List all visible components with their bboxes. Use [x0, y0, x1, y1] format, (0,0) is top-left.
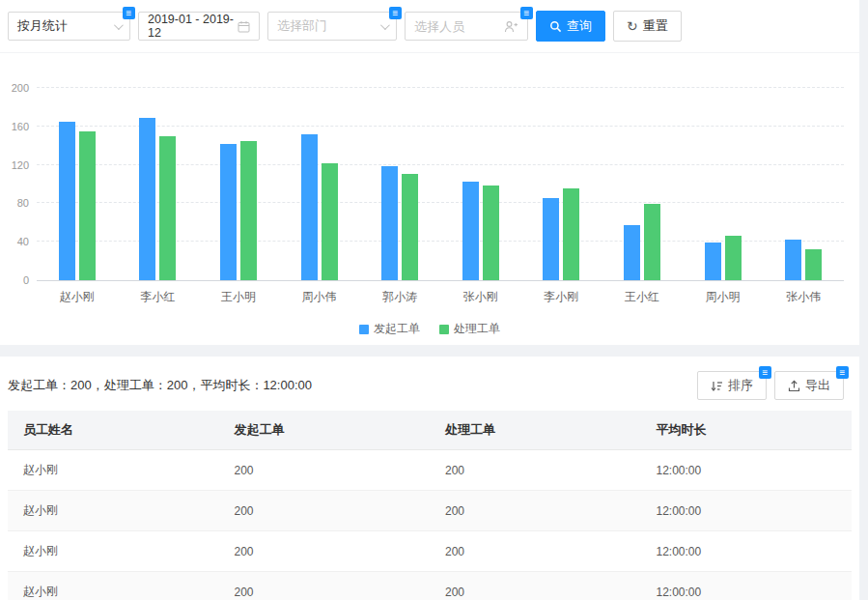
table-cell: 12:00:00 — [641, 450, 853, 491]
y-axis-tick-label: 80 — [2, 197, 29, 209]
bar-发起工单[interactable] — [139, 118, 155, 280]
component-badge-icon[interactable]: ≡ — [520, 7, 533, 19]
department-placeholder: 选择部门 — [277, 17, 375, 35]
bar-处理工单[interactable] — [402, 174, 418, 280]
bar-group: 张小伟 — [763, 88, 844, 280]
component-badge-icon[interactable]: ≡ — [836, 366, 849, 379]
calendar-icon — [238, 20, 250, 33]
person-input[interactable] — [414, 19, 503, 34]
bar-处理工单[interactable] — [240, 141, 257, 280]
table-cell: 200 — [219, 572, 431, 600]
bar-处理工单[interactable] — [725, 236, 742, 280]
refresh-icon: ↻ — [627, 19, 638, 33]
table-header-cell: 平均时长 — [641, 411, 853, 450]
table-card: 发起工单：200，处理工单：200，平均时长：12:00:00 排序 ≡ — [0, 357, 859, 600]
chevron-down-icon — [114, 20, 124, 30]
bar-发起工单[interactable] — [381, 166, 398, 280]
bar-发起工单[interactable] — [624, 225, 640, 280]
legend-swatch — [439, 325, 449, 334]
person-input-wrapper: ≡ — [405, 12, 528, 41]
export-button[interactable]: 导出 ≡ — [774, 371, 844, 400]
bar-处理工单[interactable] — [644, 204, 660, 280]
legend-item[interactable]: 发起工单 — [359, 321, 420, 337]
x-axis-label: 赵小刚 — [60, 289, 95, 305]
x-axis-label: 王小明 — [221, 289, 256, 305]
x-axis-label: 周小明 — [706, 289, 741, 305]
table-header-cell: 员工姓名 — [8, 411, 219, 450]
bar-处理工单[interactable] — [322, 163, 338, 280]
x-axis-label: 李小刚 — [544, 289, 578, 305]
department-select[interactable]: 选择部门 ≡ — [267, 12, 397, 41]
bar-发起工单[interactable] — [543, 198, 559, 280]
y-axis-tick-label: 160 — [2, 121, 29, 132]
bar-发起工单[interactable] — [462, 182, 479, 280]
bar-pair — [624, 88, 660, 280]
stat-type-value: 按月统计 — [17, 17, 108, 35]
date-range-picker[interactable]: 2019-01 - 2019-12 — [138, 12, 260, 41]
x-axis-label: 李小红 — [140, 289, 175, 305]
filter-toolbar: 按月统计 ≡ 2019-01 - 2019-12 选择部门 — [0, 0, 859, 53]
export-button-label: 导出 — [805, 377, 830, 394]
reset-button[interactable]: ↻ 重置 — [613, 11, 682, 42]
bar-发起工单[interactable] — [705, 243, 721, 280]
component-badge-icon[interactable]: ≡ — [123, 7, 135, 19]
bar-pair — [785, 88, 822, 280]
bar-处理工单[interactable] — [483, 186, 499, 281]
bar-处理工单[interactable] — [805, 249, 822, 280]
sort-button-label: 排序 — [728, 377, 753, 394]
y-axis-tick-label: 120 — [2, 159, 29, 171]
table-cell: 200 — [430, 491, 641, 531]
query-button[interactable]: 查询 — [536, 11, 605, 42]
bar-group: 王小明 — [198, 88, 279, 280]
component-badge-icon[interactable]: ≡ — [759, 366, 771, 379]
plot-area: 04080120160200赵小刚李小红王小明周小伟郭小涛张小刚李小刚王小红周小… — [37, 88, 844, 281]
stats-table: 员工姓名发起工单处理工单平均时长 赵小刚20020012:00:00赵小刚200… — [8, 411, 852, 600]
legend-item[interactable]: 处理工单 — [439, 321, 500, 337]
bar-处理工单[interactable] — [159, 136, 176, 280]
legend-label: 处理工单 — [454, 321, 500, 337]
legend-label: 发起工单 — [374, 321, 420, 337]
bar-chart: 04080120160200赵小刚李小红王小明周小伟郭小涛张小刚李小刚王小红周小… — [0, 53, 859, 345]
table-cell: 赵小刚 — [8, 491, 219, 531]
table-header-row: 员工姓名发起工单处理工单平均时长 — [8, 411, 852, 450]
bar-group: 王小红 — [602, 88, 683, 280]
table-cell: 赵小刚 — [8, 450, 219, 491]
bar-处理工单[interactable] — [563, 188, 579, 280]
filter-and-chart-card: 按月统计 ≡ 2019-01 - 2019-12 选择部门 — [0, 0, 859, 345]
bar-group: 张小刚 — [440, 88, 521, 280]
bar-group: 赵小刚 — [37, 88, 118, 280]
table-row: 赵小刚20020012:00:00 — [8, 531, 852, 572]
query-button-label: 查询 — [567, 17, 592, 35]
bar-发起工单[interactable] — [220, 144, 237, 280]
bar-pair — [59, 88, 96, 280]
component-badge-icon[interactable]: ≡ — [389, 7, 402, 19]
legend-swatch — [359, 325, 369, 334]
bar-发起工单[interactable] — [301, 134, 318, 280]
stat-type-select[interactable]: 按月统计 ≡ — [8, 12, 130, 41]
table-cell: 12:00:00 — [641, 572, 853, 600]
bar-发起工单[interactable] — [59, 122, 75, 280]
table-header-cell: 处理工单 — [430, 411, 641, 450]
table-cell: 赵小刚 — [8, 531, 219, 572]
chevron-down-icon — [380, 20, 390, 30]
sort-button[interactable]: 排序 ≡ — [697, 371, 767, 400]
bar-pair — [220, 88, 257, 280]
table-header: 员工姓名发起工单处理工单平均时长 — [8, 411, 852, 450]
bar-groups: 赵小刚李小红王小明周小伟郭小涛张小刚李小刚王小红周小明张小伟 — [37, 88, 844, 280]
table-row: 赵小刚20020012:00:00 — [8, 572, 852, 600]
bar-group: 周小伟 — [279, 88, 360, 280]
table-cell: 12:00:00 — [641, 491, 853, 531]
summary-text: 发起工单：200，处理工单：200，平均时长：12:00:00 — [8, 377, 312, 394]
table-cell: 200 — [219, 531, 431, 572]
bar-pair — [139, 88, 176, 280]
date-range-value: 2019-01 - 2019-12 — [148, 13, 238, 40]
bar-pair — [381, 88, 418, 280]
y-axis-tick-label: 40 — [2, 236, 29, 247]
bar-发起工单[interactable] — [785, 240, 801, 280]
bar-处理工单[interactable] — [79, 131, 96, 280]
y-axis-tick-label: 200 — [2, 82, 29, 94]
table-cell: 200 — [219, 491, 431, 531]
bar-pair — [462, 88, 499, 280]
chart-legend: 发起工单处理工单 — [0, 321, 859, 337]
summary-row: 发起工单：200，处理工单：200，平均时长：12:00:00 排序 ≡ — [0, 357, 859, 411]
